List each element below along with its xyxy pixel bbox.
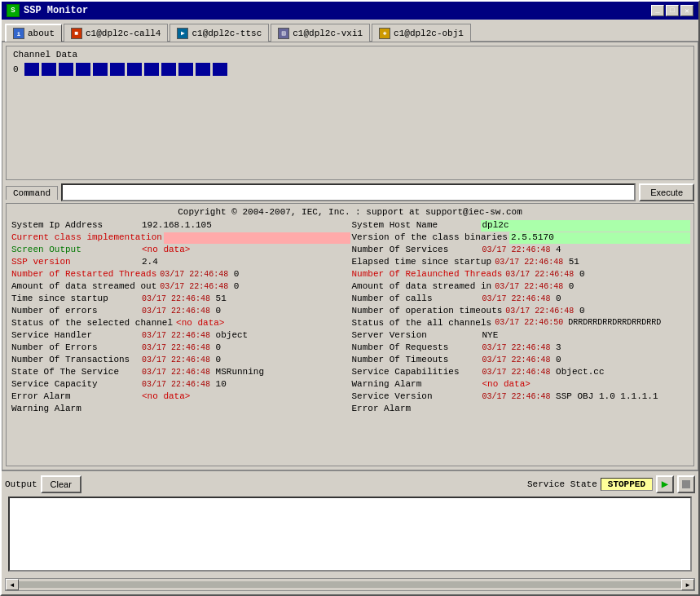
tab-c1b-label: c1@dpl2c-ttsc <box>192 29 262 38</box>
output-area[interactable] <box>8 497 692 572</box>
table-row: Number of Errors 03/17 22:46:48 0 <box>10 342 350 354</box>
channel-num: 0 <box>13 64 19 74</box>
title-controls: _ □ ✕ <box>651 5 693 16</box>
row-value: 03/17 22:46:48 3 <box>481 342 691 354</box>
row-value: NYE <box>481 330 691 342</box>
row-key: SSP version <box>10 257 140 268</box>
data-group-inner: Copyright © 2004-2007, IEC, Inc. : suppo… <box>7 204 693 419</box>
row-key: Service Capabilities <box>350 367 481 378</box>
scroll-left-button[interactable]: ◄ <box>6 579 19 590</box>
tab-c1a-icon: ■ <box>71 28 82 39</box>
row-key: Server Version <box>350 330 481 342</box>
table-row: Server Version NYE <box>350 330 691 342</box>
tab-c1a-label: c1@dpl2c-call4 <box>86 29 161 38</box>
tab-c1b-icon: ▶ <box>177 28 188 39</box>
output-section <box>2 497 698 578</box>
window-title: SSP Monitor <box>24 5 88 16</box>
row-value: 192.168.1.105 <box>140 220 350 232</box>
channel-block-12[interactable] <box>213 63 227 76</box>
tab-about[interactable]: i about <box>5 24 62 42</box>
service-state-value: STOPPED <box>601 478 653 491</box>
tab-c1b[interactable]: ▶ c1@dpl2c-ttsc <box>169 24 269 42</box>
tab-c1c[interactable]: ▤ c1@dpl2c-vxi1 <box>271 24 370 42</box>
table-row: Number of operation timeouts 03/17 22:46… <box>350 306 691 317</box>
command-input[interactable] <box>61 183 636 201</box>
tab-c1d-label: c1@dpl2c-obj1 <box>394 29 464 38</box>
table-row: Status of the all channels 03/17 22:46:5… <box>350 318 691 329</box>
channel-block-3[interactable] <box>59 63 73 76</box>
table-row: Error Alarm <box>350 404 691 415</box>
row-value: 03/17 22:46:48 0 <box>158 269 350 280</box>
channel-block-7[interactable] <box>127 63 142 76</box>
table-row: Service Version 03/17 22:46:48 SSP OBJ 1… <box>350 391 691 403</box>
scroll-right-button[interactable]: ► <box>681 579 694 590</box>
row-key: Number Of Services <box>350 245 481 256</box>
minimize-button[interactable]: _ <box>651 5 664 16</box>
row-key: Version of the class binaries <box>350 232 509 244</box>
tab-c1a[interactable]: ■ c1@dpl2c-call4 <box>64 24 168 42</box>
scroll-track[interactable] <box>19 581 681 588</box>
row-key: Error Alarm <box>350 404 481 415</box>
row-value: 03/17 22:46:48 0 <box>140 355 350 366</box>
channel-block-8[interactable] <box>144 63 159 76</box>
row-value: 03/17 22:46:48 0 <box>140 306 350 317</box>
channel-block-5[interactable] <box>93 63 108 76</box>
row-value: 03/17 22:46:48 51 <box>493 257 690 268</box>
main-window: S SSP Monitor _ □ ✕ i about ■ c1@dpl2c-c… <box>0 0 700 596</box>
row-value <box>140 404 350 415</box>
table-row: Number Of Services 03/17 22:46:48 4 <box>350 245 691 256</box>
row-value: 03/17 22:46:48 SSP OBJ 1.0 1.1.1.1 <box>481 391 691 403</box>
row-value: 2.5.5170 <box>509 232 690 244</box>
table-row: Number of calls 03/17 22:46:48 0 <box>350 294 691 305</box>
table-row: Current class implementation <box>10 232 350 244</box>
command-bar: Command Execute <box>6 183 694 201</box>
tab-about-icon: i <box>13 28 24 39</box>
channel-block-9[interactable] <box>161 63 176 76</box>
row-value: 03/17 22:46:48 0 <box>504 269 690 280</box>
row-key: Amount of data streamed out <box>10 281 158 293</box>
row-key: System Ip Address <box>10 220 140 232</box>
table-row: Service Capacity 03/17 22:46:48 10 <box>10 379 350 391</box>
row-value: 03/17 22:46:48 51 <box>140 294 350 305</box>
execute-button[interactable]: Execute <box>639 183 694 201</box>
stop-button[interactable] <box>677 475 695 493</box>
data-col-right: System Host Name dpl2c Version of the cl… <box>350 220 691 416</box>
title-bar: S SSP Monitor _ □ ✕ <box>2 2 698 20</box>
channel-block-1[interactable] <box>24 63 39 76</box>
maximize-button[interactable]: □ <box>666 5 679 16</box>
table-row: Number Of Relaunched Threads 03/17 22:46… <box>350 269 691 280</box>
table-row: SSP version 2.4 <box>10 257 350 268</box>
row-value: <no data> <box>140 245 350 256</box>
row-value: 03/17 22:46:48 0 <box>481 294 691 305</box>
tab-about-label: about <box>28 29 55 38</box>
tab-c1c-label: c1@dpl2c-vxi1 <box>293 29 363 38</box>
channel-block-2[interactable] <box>42 63 56 76</box>
row-value: dpl2c <box>481 220 691 232</box>
row-value: <no data> <box>481 379 691 391</box>
row-value: 03/17 22:46:48 object <box>140 330 350 342</box>
row-key: Status of the all channels <box>350 318 494 329</box>
row-key: Number of calls <box>350 294 481 305</box>
channel-block-10[interactable] <box>178 63 193 76</box>
clear-button[interactable]: Clear <box>41 475 81 493</box>
tab-bar: i about ■ c1@dpl2c-call4 ▶ c1@dpl2c-ttsc… <box>2 20 698 41</box>
row-value: <no data> <box>174 318 350 329</box>
row-key: System Host Name <box>350 220 481 232</box>
tab-c1d[interactable]: ◈ c1@dpl2c-obj1 <box>372 24 471 42</box>
play-button[interactable]: ▶ <box>656 475 674 493</box>
row-key: State Of The Service <box>10 367 140 378</box>
service-state-label: Service State <box>527 479 597 489</box>
row-key: Number Of Requests <box>350 342 481 354</box>
table-row: Number of Restarted Threads 03/17 22:46:… <box>10 269 350 280</box>
row-value: 03/17 22:46:48 4 <box>481 245 691 256</box>
row-key: Number of errors <box>10 306 140 317</box>
close-button[interactable]: ✕ <box>680 5 693 16</box>
table-row: Number Of Timeouts 03/17 22:46:48 0 <box>350 355 691 366</box>
row-key: Warning Alarm <box>10 404 140 415</box>
row-key: Service Handler <box>10 330 140 342</box>
channel-block-11[interactable] <box>196 63 210 76</box>
row-value: 03/17 22:46:48 0 <box>493 281 690 293</box>
table-row: Elapsed time since startup 03/17 22:46:4… <box>350 257 691 268</box>
channel-block-6[interactable] <box>110 63 125 76</box>
channel-block-4[interactable] <box>76 63 90 76</box>
